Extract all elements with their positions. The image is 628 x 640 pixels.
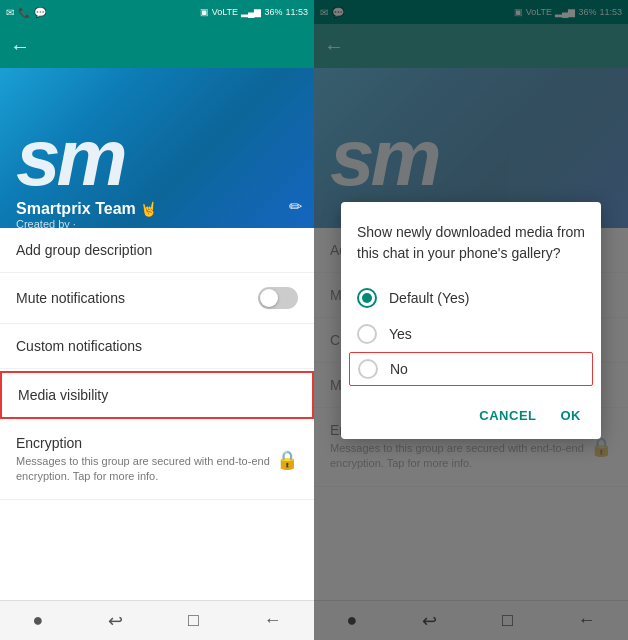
dialog-overlay: Show newly downloaded media from this ch… (314, 0, 628, 640)
signal-bars: ▂▄▆ (241, 7, 261, 17)
dialog-title: Show newly downloaded media from this ch… (357, 222, 585, 264)
dialog-actions: CANCEL OK (357, 390, 585, 429)
home-nav-item[interactable]: ● (32, 610, 43, 631)
phone-icon: 📞 (18, 7, 30, 18)
menu-list-left: Add group description Mute notifications… (0, 228, 314, 600)
back-button[interactable]: ← (10, 35, 30, 58)
radio-option-yes[interactable]: Yes (357, 316, 585, 352)
radio-circle-no (358, 359, 378, 379)
msg-icon: ✉ (6, 7, 14, 18)
nav-bar-left: ← (0, 24, 314, 68)
right-panel: ✉ 💬 ▣ VoLTE ▂▄▆ 36% 11:53 ← sm Add group… (314, 0, 628, 640)
menu-item-add-group-desc[interactable]: Add group description (0, 228, 314, 273)
menu-item-encryption[interactable]: Encryption Messages to this group are se… (0, 421, 314, 500)
group-title: Smartprix Team 🤘 (16, 200, 157, 218)
mute-toggle[interactable] (258, 287, 298, 309)
radio-circle-yes (357, 324, 377, 344)
hero-logo: sm (16, 118, 124, 198)
battery-level: 36% (264, 7, 282, 17)
square-nav-item[interactable]: □ (188, 610, 199, 631)
back-nav-item[interactable]: ↩ (108, 610, 123, 632)
edit-icon[interactable]: ✏ (289, 197, 302, 216)
radio-option-default-yes[interactable]: Default (Yes) (357, 280, 585, 316)
radio-circle-default-yes (357, 288, 377, 308)
menu-label-encryption: Encryption (16, 435, 276, 451)
radio-label-yes: Yes (389, 326, 412, 342)
menu-sub-encryption: Messages to this group are secured with … (16, 454, 276, 485)
status-bar-icons: ✉ 📞 💬 (6, 7, 46, 18)
menu-item-custom-notifs[interactable]: Custom notifications (0, 324, 314, 369)
left-panel: ✉ 📞 💬 ▣ VoLTE ▂▄▆ 36% 11:53 ← sm Smartpr… (0, 0, 314, 640)
group-subtitle: Created by · (16, 218, 76, 228)
volte-label: VoLTE (212, 7, 238, 17)
bottom-nav-left: ● ↩ □ ← (0, 600, 314, 640)
hero-emoji: 🤘 (140, 201, 157, 217)
menu-item-media-visibility[interactable]: Media visibility (0, 371, 314, 419)
lock-icon: 🔒 (276, 449, 298, 471)
radio-label-default-yes: Default (Yes) (389, 290, 469, 306)
menu-item-mute-notifs[interactable]: Mute notifications (0, 273, 314, 324)
menu-label-mute-notifs: Mute notifications (16, 290, 258, 306)
radio-label-no: No (390, 361, 408, 377)
media-visibility-dialog: Show newly downloaded media from this ch… (341, 202, 601, 439)
status-bar-left: ✉ 📞 💬 ▣ VoLTE ▂▄▆ 36% 11:53 (0, 0, 314, 24)
menu-label-media-visibility: Media visibility (18, 387, 108, 403)
cancel-button[interactable]: CANCEL (475, 402, 540, 429)
radio-option-no[interactable]: No (349, 352, 593, 386)
encryption-text-block: Encryption Messages to this group are se… (16, 435, 276, 485)
arrow-nav-item[interactable]: ← (264, 610, 282, 631)
chat-icon: 💬 (34, 7, 46, 18)
ok-button[interactable]: OK (557, 402, 586, 429)
menu-label-custom-notifs: Custom notifications (16, 338, 142, 354)
status-bar-right: ▣ VoLTE ▂▄▆ 36% 11:53 (200, 7, 308, 17)
hero-image: sm Smartprix Team 🤘 Created by · ✏ (0, 68, 314, 228)
sim-icon: ▣ (200, 7, 209, 17)
time-left: 11:53 (285, 7, 308, 17)
menu-label-add-group-desc: Add group description (16, 242, 152, 258)
